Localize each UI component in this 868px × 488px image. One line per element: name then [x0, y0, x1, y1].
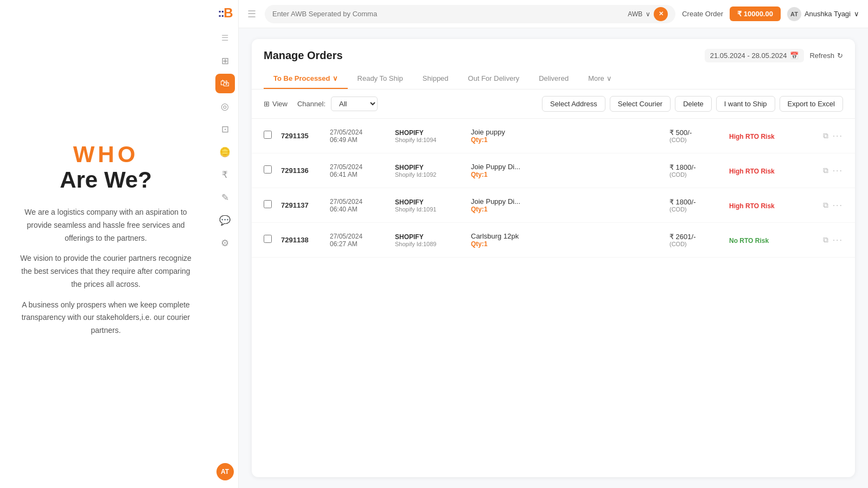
order-product: Carlsburg 12pk Qty:1 — [471, 232, 669, 248]
topbar: ☰ AWB ∨ ✕ Create Order ₹ 10000.00 AT Anu… — [239, 0, 868, 28]
more-icon[interactable]: ··· — [833, 131, 843, 141]
export-to-excel-button[interactable]: Export to Excel — [780, 96, 843, 112]
desc1: We are a logistics company with an aspir… — [16, 206, 195, 245]
tab-out-for-delivery-label: Out For Delivery — [468, 74, 520, 82]
row-actions: ⧉ ··· — [800, 166, 843, 176]
awb-badge: AWB ∨ ✕ — [628, 7, 668, 21]
tab-delivered-label: Delivered — [539, 74, 569, 82]
channel-name: SHOPIFY — [395, 129, 471, 137]
orders-icon[interactable]: 🛍 — [215, 74, 235, 93]
order-channel: SHOPIFY Shopify Id:1089 — [395, 233, 471, 247]
more-icon[interactable]: ··· — [833, 201, 843, 210]
copy-icon[interactable]: ⧉ — [823, 131, 828, 140]
delete-button[interactable]: Delete — [675, 96, 712, 112]
doc-icon: ☰ — [247, 8, 256, 20]
more-icon[interactable]: ··· — [833, 166, 843, 176]
amount-value: ₹ 500/- — [669, 129, 729, 137]
order-date: 27/05/2024 06:40 AM — [330, 198, 395, 213]
order-amount: ₹ 1800/- (COD) — [669, 163, 729, 178]
view-icon: ⊞ — [264, 100, 270, 108]
tab-to-be-processed-chevron: ∨ — [333, 74, 338, 82]
amount-value: ₹ 2601/- — [669, 233, 729, 241]
create-order-button[interactable]: Create Order — [682, 10, 723, 18]
archive-icon[interactable]: ⊡ — [215, 119, 235, 139]
pen-icon[interactable]: ✎ — [215, 188, 235, 207]
channel-name: SHOPIFY — [395, 233, 471, 241]
refresh-button[interactable]: Refresh ↻ — [809, 52, 843, 60]
row-checkbox[interactable] — [264, 200, 281, 210]
amount-cod: (COD) — [669, 241, 729, 247]
tab-ready-to-ship-label: Ready To Ship — [358, 74, 403, 82]
tab-shipped[interactable]: Shipped — [413, 69, 458, 89]
row-checkbox-input[interactable] — [264, 131, 272, 139]
grid-icon[interactable]: ⊞ — [215, 51, 235, 70]
row-checkbox[interactable] — [264, 131, 281, 141]
orders-header-right: 21.05.2024 - 28.05.2024 📅 Refresh ↻ — [705, 49, 843, 62]
topbar-right: Create Order ₹ 10000.00 AT Anushka Tyagi… — [682, 7, 859, 21]
row-checkbox-input[interactable] — [264, 165, 272, 174]
product-qty: Qty:1 — [471, 136, 669, 144]
tab-ready-to-ship[interactable]: Ready To Ship — [348, 69, 413, 89]
order-product: Joie Puppy Di... Qty:1 — [471, 197, 669, 213]
logo: :: B — [218, 5, 232, 21]
toolbar-row: ⊞ View Channel: All Shopify Manual Selec… — [252, 89, 855, 119]
order-amount: ₹ 2601/- (COD) — [669, 233, 729, 247]
amount-cod: (COD) — [669, 206, 729, 213]
channel-id: Shopify Id:1092 — [395, 171, 471, 178]
orders-table: 7291135 27/05/2024 06:49 AM SHOPIFY Shop… — [252, 119, 855, 477]
row-checkbox-input[interactable] — [264, 235, 272, 243]
channel-label: Channel: — [297, 100, 326, 108]
tab-delivered[interactable]: Delivered — [529, 69, 578, 89]
product-name: Joie Puppy Di... — [471, 163, 669, 171]
select-address-button[interactable]: Select Address — [542, 96, 605, 112]
date-range[interactable]: 21.05.2024 - 28.05.2024 📅 — [705, 49, 805, 62]
tab-out-for-delivery[interactable]: Out For Delivery — [458, 69, 529, 89]
view-button[interactable]: ⊞ View — [264, 100, 288, 108]
user-chevron: ∨ — [854, 10, 859, 18]
orders-header: Manage Orders 21.05.2024 - 28.05.2024 📅 … — [252, 39, 855, 62]
table-row: 7291135 27/05/2024 06:49 AM SHOPIFY Shop… — [252, 119, 855, 153]
balance-button[interactable]: ₹ 10000.00 — [730, 7, 781, 21]
coins-icon[interactable]: 🪙 — [215, 142, 235, 162]
date-value: 27/05/2024 — [330, 198, 395, 206]
copy-icon[interactable]: ⧉ — [823, 201, 828, 210]
amount-cod: (COD) — [669, 137, 729, 143]
settings-icon[interactable]: ⚙ — [215, 233, 235, 253]
user-info[interactable]: AT Anushka Tyagi ∨ — [787, 7, 859, 21]
copy-icon[interactable]: ⧉ — [823, 166, 828, 175]
more-icon[interactable]: ··· — [833, 235, 843, 245]
chat-icon[interactable]: 💬 — [215, 210, 235, 230]
calendar-icon: 📅 — [790, 52, 799, 60]
awb-chevron: ∨ — [646, 10, 650, 18]
search-input[interactable] — [272, 10, 623, 18]
tab-shipped-label: Shipped — [423, 74, 449, 82]
awb-circle[interactable]: ✕ — [654, 7, 668, 21]
rupee-icon[interactable]: ₹ — [215, 165, 235, 184]
channel-select[interactable]: All Shopify Manual — [331, 97, 378, 111]
date-value: 27/05/2024 — [330, 163, 395, 171]
order-id: 7291135 — [281, 132, 330, 140]
page-content: Manage Orders 21.05.2024 - 28.05.2024 📅 … — [239, 28, 868, 488]
row-checkbox[interactable] — [264, 235, 281, 245]
orders-title: Manage Orders — [264, 49, 343, 62]
tab-more-chevron: ∨ — [607, 74, 612, 82]
tab-to-be-processed[interactable]: To Be Processed ∨ — [264, 69, 348, 89]
copy-icon[interactable]: ⧉ — [823, 235, 828, 245]
select-courier-button[interactable]: Select Courier — [610, 96, 671, 112]
doc-sidebar-icon[interactable]: ☰ — [215, 28, 235, 48]
time-value: 06:40 AM — [330, 206, 395, 213]
order-amount: ₹ 500/- (COD) — [669, 129, 729, 143]
search-container: AWB ∨ ✕ — [265, 5, 675, 23]
i-want-to-ship-button[interactable]: I want to Ship — [716, 96, 775, 112]
row-checkbox[interactable] — [264, 165, 281, 176]
product-qty: Qty:1 — [471, 240, 669, 248]
tab-more[interactable]: More ∨ — [578, 69, 622, 89]
row-checkbox-input[interactable] — [264, 200, 272, 208]
tabs-row: To Be Processed ∨ Ready To Ship Shipped … — [252, 69, 855, 89]
product-name: Carlsburg 12pk — [471, 232, 669, 240]
table-row: 7291138 27/05/2024 06:27 AM SHOPIFY Shop… — [252, 223, 855, 258]
toolbar-actions: Select Address Select Courier Delete I w… — [542, 96, 843, 112]
order-id: 7291137 — [281, 201, 330, 209]
rto-label: High RTO Risk — [729, 202, 775, 210]
scan-icon[interactable]: ◎ — [215, 97, 235, 116]
